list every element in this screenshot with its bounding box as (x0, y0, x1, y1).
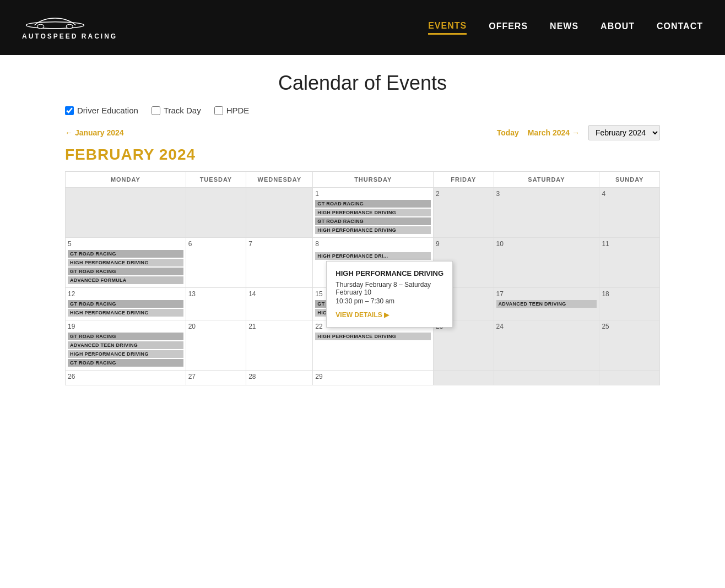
day-num-28: 28 (248, 373, 310, 380)
nav-contact[interactable]: CONTACT (657, 21, 703, 34)
table-row: 26 27 28 29 (66, 371, 660, 385)
logo-car-icon (22, 15, 88, 31)
filter-hpde-label: HPDE (226, 106, 250, 115)
event-hpd-8[interactable]: HIGH PERFORMANCE DRI... (315, 252, 431, 260)
calendar-nav: ← January 2024 Today March 2024 → Januar… (65, 125, 660, 140)
tooltip-title: HIGH PERFORMANCE DRIVING (336, 269, 443, 277)
day-num-27: 27 (188, 373, 244, 380)
event-gt-road-racing-1[interactable]: GT ROAD RACING (315, 200, 431, 208)
next-month-link[interactable]: March 2024 → (528, 128, 580, 137)
day-num-21: 21 (248, 323, 310, 330)
day-num-8: 8 (315, 240, 431, 248)
cell-mar1 (434, 371, 494, 385)
day-num-5: 5 (68, 240, 183, 248)
cell-feb25: 25 (599, 320, 660, 371)
cell-feb13: 13 (186, 288, 246, 320)
event-gt-road-racing-1b[interactable]: GT ROAD RACING (315, 217, 431, 225)
filter-driver-education[interactable]: Driver Education (65, 106, 138, 115)
calendar-table: MONDAY TUESDAY WEDNESDAY THURSDAY FRIDAY… (65, 171, 660, 385)
event-hpd-22[interactable]: HIGH PERFORMANCE DRIVING (315, 333, 431, 340)
page-title: Calendar of Events (65, 72, 660, 95)
cell-feb20: 20 (186, 320, 246, 371)
nav-events[interactable]: EVENTS (428, 21, 467, 35)
prev-month-anchor[interactable]: ← January 2024 (65, 128, 124, 137)
cell-jan31 (246, 188, 313, 238)
col-tuesday: TUESDAY (186, 172, 246, 188)
cell-feb11: 11 (599, 238, 660, 288)
cell-feb23: 23 (434, 320, 494, 371)
day-num-19: 19 (68, 323, 183, 330)
col-sunday: SUNDAY (599, 172, 660, 188)
day-num-6: 6 (188, 240, 244, 248)
table-row: 19 GT ROAD RACING ADVANCED TEEN DRIVING … (66, 320, 660, 371)
cell-feb2: 2 (434, 188, 494, 238)
filter-track-day-label: Track Day (164, 106, 201, 115)
cell-feb22: 22 HIGH PERFORMANCE DRIVING (313, 320, 434, 371)
event-hpd-1b[interactable]: HIGH PERFORMANCE DRIVING (315, 226, 431, 234)
event-gt-5[interactable]: GT ROAD RACING (68, 250, 183, 258)
filter-hpde-checkbox[interactable] (214, 106, 223, 115)
day-num-18: 18 (602, 290, 657, 298)
nav-news[interactable]: NEWS (550, 21, 578, 34)
event-hpd-12[interactable]: HIGH PERFORMANCE DRIVING (68, 309, 183, 317)
cell-feb29: 29 (313, 371, 434, 385)
svg-point-1 (37, 24, 44, 29)
day-num-17: 17 (496, 290, 597, 298)
filter-track-day[interactable]: Track Day (152, 106, 201, 115)
cell-feb6: 6 (186, 238, 246, 288)
day-num-4: 4 (602, 190, 657, 198)
event-gt-19[interactable]: GT ROAD RACING (68, 333, 183, 340)
month-select[interactable]: January 2024 February 2024 March 2024 (588, 125, 660, 140)
cell-feb27: 27 (186, 371, 246, 385)
cell-feb3: 3 (494, 188, 599, 238)
cell-feb5: 5 GT ROAD RACING HIGH PERFORMANCE DRIVIN… (66, 238, 186, 288)
day-num-9: 9 (436, 240, 491, 248)
tooltip-container: HIGH PERFORMANCE DRI... HIGH PERFORMANCE… (315, 252, 431, 261)
tooltip-date: Thursday February 8 – Saturday February … (336, 281, 443, 296)
event-gt-12[interactable]: GT ROAD RACING (68, 300, 183, 308)
logo[interactable]: AUTOSPEED RACING (22, 15, 117, 40)
cell-feb28: 28 (246, 371, 313, 385)
cell-feb12: 12 GT ROAD RACING HIGH PERFORMANCE DRIVI… (66, 288, 186, 320)
col-wednesday: WEDNESDAY (246, 172, 313, 188)
event-gt-5b[interactable]: GT ROAD RACING (68, 268, 183, 275)
day-num-20: 20 (188, 323, 244, 330)
cell-feb1: 1 GT ROAD RACING HIGH PERFORMANCE DRIVIN… (313, 188, 434, 238)
filter-track-day-checkbox[interactable] (152, 106, 160, 115)
today-link[interactable]: Today (497, 128, 519, 137)
event-gt-19b[interactable]: GT ROAD RACING (68, 359, 183, 367)
filter-hpde[interactable]: HPDE (214, 106, 250, 115)
day-num-25: 25 (602, 323, 657, 330)
cell-feb7: 7 (246, 238, 313, 288)
day-num-1: 1 (315, 190, 431, 198)
filter-driver-education-checkbox[interactable] (65, 106, 74, 115)
tooltip-view-details-link[interactable]: VIEW DETAILS ▶ (336, 311, 389, 319)
day-num-26: 26 (68, 373, 183, 380)
event-teen-19[interactable]: ADVANCED TEEN DRIVING (68, 341, 183, 349)
event-teen-17[interactable]: ADVANCED TEEN DRIVING (496, 300, 597, 308)
day-num-7: 7 (248, 240, 310, 248)
cell-feb19: 19 GT ROAD RACING ADVANCED TEEN DRIVING … (66, 320, 186, 371)
nav-offers[interactable]: OFFERS (489, 21, 528, 34)
cell-feb24: 24 (494, 320, 599, 371)
prev-month-link[interactable]: ← January 2024 (65, 128, 124, 138)
cell-feb14: 14 (246, 288, 313, 320)
event-hpd-19[interactable]: HIGH PERFORMANCE DRIVING (68, 350, 183, 358)
day-num-11: 11 (602, 240, 657, 248)
table-row: 1 GT ROAD RACING HIGH PERFORMANCE DRIVIN… (66, 188, 660, 238)
nav-about[interactable]: ABOUT (600, 21, 635, 34)
table-row: 5 GT ROAD RACING HIGH PERFORMANCE DRIVIN… (66, 238, 660, 288)
day-num-12: 12 (68, 290, 183, 298)
cell-jan30 (186, 188, 246, 238)
filter-driver-education-label: Driver Education (77, 106, 138, 115)
svg-point-2 (66, 24, 73, 29)
col-friday: FRIDAY (434, 172, 494, 188)
tooltip-time: 10:30 pm – 7:30 am (336, 297, 443, 305)
day-num-24: 24 (496, 323, 597, 330)
header: AUTOSPEED RACING EVENTS OFFERS NEWS ABOU… (0, 0, 725, 55)
event-hpd-1[interactable]: HIGH PERFORMANCE DRIVING (315, 209, 431, 216)
day-num-10: 10 (496, 240, 597, 248)
tooltip-box: HIGH PERFORMANCE DRIVING Thursday Februa… (326, 261, 453, 328)
event-hpd-5[interactable]: HIGH PERFORMANCE DRIVING (68, 259, 183, 266)
event-adv-5[interactable]: ADVANCED FORMULA (68, 276, 183, 284)
